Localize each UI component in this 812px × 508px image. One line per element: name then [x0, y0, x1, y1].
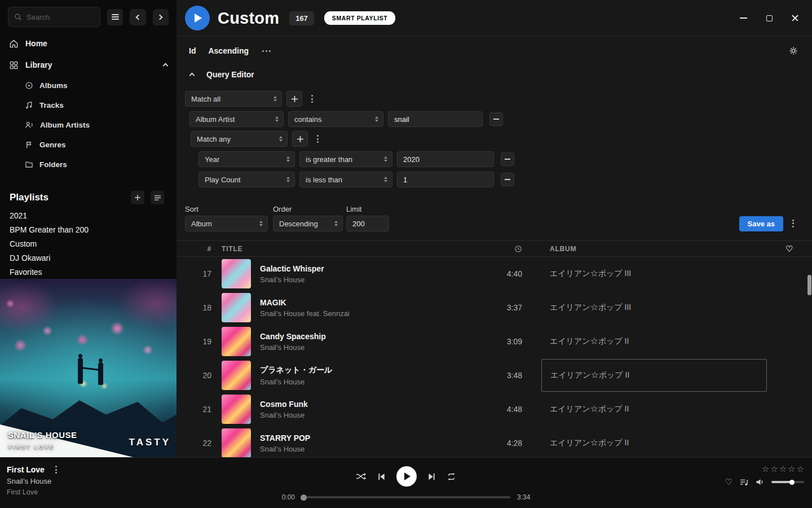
query-sort-select[interactable]: Album [185, 216, 268, 231]
table-row[interactable]: 20 プラネット・ガール Snail’s House 3:48 エイリアン☆ポッ… [176, 358, 812, 392]
rule-value-input[interactable] [388, 111, 483, 127]
table-row[interactable]: 21 Cosmo Funk Snail’s House 4:48 エイリアン☆ポ… [176, 392, 812, 426]
search-input[interactable] [27, 13, 94, 21]
track-album-cell[interactable]: エイリアン☆ポップ III [541, 257, 767, 290]
rule-group-menu-button[interactable] [307, 92, 317, 106]
queue-icon [740, 479, 748, 486]
limit-input[interactable] [346, 216, 389, 231]
select-caret-icon [282, 177, 290, 182]
query-order-select[interactable]: Descending [273, 216, 343, 231]
sort-field-button[interactable]: Id [189, 46, 196, 55]
seek-slider[interactable] [302, 496, 510, 498]
group-match-type-select[interactable]: Match any [191, 131, 288, 147]
playlist-item[interactable]: 2021 [0, 208, 176, 222]
track-album-cell[interactable]: エイリアン☆ポップ II [541, 427, 767, 457]
play-pause-button[interactable] [396, 466, 417, 487]
track-album-cell[interactable]: エイリアン☆ポップ II [541, 393, 767, 426]
playlist-item[interactable]: BPM Greater than 200 [0, 222, 176, 237]
sort-label: Sort [185, 205, 268, 213]
previous-button[interactable] [377, 472, 386, 481]
collapse-query-editor-button[interactable] [185, 68, 198, 81]
group-rule-value-input[interactable] [397, 172, 494, 187]
table-row[interactable]: 18 MAGIK Snail’s House feat. Sennzai 3:3… [176, 291, 812, 325]
rating-star[interactable]: ☆ [788, 465, 795, 473]
playlist-item[interactable]: Custom [0, 237, 176, 251]
next-button[interactable] [427, 472, 436, 481]
playlists-title: Playlists [10, 192, 48, 203]
queue-button[interactable] [740, 479, 748, 486]
rating-star[interactable]: ☆ [770, 465, 778, 473]
select-caret-icon [379, 177, 387, 182]
maximize-button[interactable] [765, 14, 774, 23]
group-rule-operator-select[interactable]: is greater than [299, 151, 392, 167]
add-group-rule-button[interactable] [292, 131, 308, 147]
manage-playlists-button[interactable] [151, 191, 164, 204]
menu-button[interactable] [107, 9, 123, 25]
rule-operator-select[interactable]: contains [288, 111, 383, 127]
shuffle-button[interactable] [356, 472, 367, 480]
match-type-select[interactable]: Match all [185, 91, 282, 107]
group-rule-value-input[interactable] [397, 151, 494, 167]
rating-star[interactable]: ☆ [779, 465, 787, 473]
sidebar-item-genres[interactable]: Genres [0, 135, 176, 155]
column-title[interactable]: TITLE [222, 245, 477, 253]
group-rule-field-select[interactable]: Year [198, 151, 295, 167]
remove-rule-button[interactable] [489, 112, 503, 126]
add-playlist-button[interactable] [131, 191, 144, 204]
sidebar-item-albums[interactable]: Albums [0, 76, 176, 95]
column-duration[interactable] [477, 245, 522, 253]
track-album-cell[interactable]: エイリアン☆ポップ III [541, 291, 767, 324]
settings-button[interactable] [789, 46, 798, 55]
rating-star[interactable]: ☆ [797, 465, 804, 473]
sidebar-item-album-artists[interactable]: Album Artists [0, 115, 176, 135]
now-playing-artist: Snail’s House [7, 477, 61, 485]
group-rule-field-select[interactable]: Play Count [198, 172, 295, 187]
album-art-thumbnail [222, 293, 251, 322]
minimize-button[interactable] [739, 14, 748, 23]
table-row[interactable]: 19 Candy Spaceship Snail’s House 3:09 エイ… [176, 325, 812, 358]
search-box[interactable] [8, 7, 100, 27]
play-playlist-button[interactable] [185, 6, 210, 30]
save-menu-button[interactable] [788, 217, 798, 230]
scrollbar-thumb[interactable] [807, 275, 811, 295]
sidebar-item-home[interactable]: Home [0, 33, 176, 54]
nav-forward-button[interactable] [153, 9, 169, 25]
add-rule-button[interactable] [286, 91, 302, 107]
more-options-button[interactable] [262, 50, 271, 52]
sidebar-item-folders[interactable]: Folders [0, 155, 176, 174]
close-button[interactable] [791, 14, 800, 23]
sidebar-item-label: Tracks [39, 101, 64, 110]
track-menu-button[interactable] [51, 465, 61, 474]
track-title: プラネット・ガール [260, 365, 477, 375]
column-album[interactable]: ALBUM [541, 245, 767, 253]
playlist-item[interactable]: Favorites [0, 265, 176, 279]
favorite-button[interactable]: ♡ [725, 477, 732, 487]
column-favorite[interactable]: ♡ [767, 244, 812, 254]
remove-group-rule-button[interactable] [501, 152, 514, 166]
sidebar-item-tracks[interactable]: Tracks [0, 95, 176, 115]
save-as-button[interactable]: Save as [739, 216, 783, 231]
mute-button[interactable] [756, 478, 764, 486]
track-album-cell-focused[interactable]: エイリアン☆ポップ II [541, 359, 767, 392]
rule-field-select[interactable]: Album Artist [189, 111, 284, 127]
rating-star[interactable]: ☆ [762, 465, 769, 473]
table-header: # TITLE ALBUM ♡ [176, 240, 812, 257]
remove-group-rule-button[interactable] [501, 173, 514, 186]
seek-handle[interactable] [301, 494, 307, 501]
table-row[interactable]: 17 Galactic Whisper Snail’s House 4:40 エ… [176, 257, 812, 291]
select-caret-icon [275, 136, 283, 142]
group-rule-operator-select[interactable]: is less than [299, 172, 392, 187]
column-index[interactable]: # [176, 245, 211, 253]
group-menu-button[interactable] [312, 132, 323, 146]
playlist-item[interactable]: DJ Okawari [0, 251, 176, 265]
nav-back-button[interactable] [130, 9, 145, 25]
sort-direction-button[interactable]: Ascending [208, 46, 249, 55]
volume-slider[interactable] [771, 481, 804, 483]
volume-handle[interactable] [789, 480, 795, 485]
repeat-button[interactable] [447, 472, 456, 481]
table-row[interactable]: 22 STARRY POP Snail’s House 4:28 エイリアン☆ポ… [176, 426, 812, 457]
track-album: エイリアン☆ポップ III [550, 303, 631, 313]
track-album-cell[interactable]: エイリアン☆ポップ II [541, 325, 767, 358]
sidebar-item-library[interactable]: Library [0, 54, 176, 76]
volume-fill [771, 481, 792, 483]
